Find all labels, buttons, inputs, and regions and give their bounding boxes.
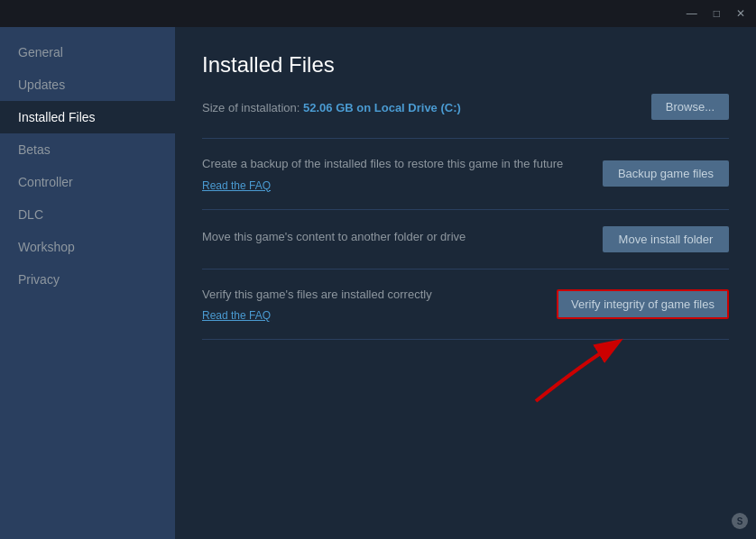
move-install-button[interactable]: Move install folder [603, 226, 729, 252]
verify-action-row: Verify this game's files are installed c… [202, 286, 729, 341]
close-button[interactable]: ✕ [733, 6, 749, 21]
sidebar-item-controller[interactable]: Controller [0, 166, 175, 198]
install-size-value: 52.06 GB on Local Drive (C:) [303, 101, 461, 114]
sidebar-item-workshop[interactable]: Workshop [0, 231, 175, 263]
verify-faq-link[interactable]: Read the FAQ [202, 309, 271, 322]
steam-logo-area: S [731, 512, 749, 534]
sidebar: General Updates Installed Files Betas Co… [0, 27, 175, 539]
arrow-annotation [509, 329, 644, 410]
sidebar-item-installed-files[interactable]: Installed Files [0, 101, 175, 133]
annotation-area [202, 356, 729, 428]
sidebar-item-privacy[interactable]: Privacy [0, 263, 175, 296]
move-description-text: Move this game's content to another fold… [202, 228, 585, 246]
divider-top [202, 138, 729, 139]
page-title: Installed Files [202, 52, 729, 78]
backup-faq-link[interactable]: Read the FAQ [202, 179, 271, 192]
content-area: Installed Files Size of installation: 52… [175, 27, 756, 539]
titlebar: — □ ✕ [0, 0, 756, 27]
install-size-text: Size of installation: 52.06 GB on Local … [202, 99, 461, 115]
sidebar-item-dlc[interactable]: DLC [0, 198, 175, 231]
verify-integrity-button[interactable]: Verify integrity of game files [557, 289, 729, 319]
window-controls: — □ ✕ [683, 6, 749, 21]
move-action-row: Move this game's content to another fold… [202, 226, 729, 270]
sidebar-item-updates[interactable]: Updates [0, 69, 175, 101]
install-size-row: Size of installation: 52.06 GB on Local … [202, 94, 729, 120]
main-layout: General Updates Installed Files Betas Co… [0, 27, 756, 539]
backup-button[interactable]: Backup game files [603, 160, 729, 187]
backup-action-row: Create a backup of the installed files t… [202, 155, 729, 210]
minimize-button[interactable]: — [683, 6, 701, 21]
svg-text:S: S [737, 516, 743, 526]
install-size-prefix: Size of installation: [202, 101, 303, 114]
browse-button[interactable]: Browse... [651, 94, 729, 120]
sidebar-item-general[interactable]: General [0, 36, 175, 69]
steam-logo-icon: S [731, 512, 749, 530]
verify-description: Verify this game's files are installed c… [202, 286, 539, 324]
move-description: Move this game's content to another fold… [202, 228, 585, 250]
sidebar-item-betas[interactable]: Betas [0, 133, 175, 166]
maximize-button[interactable]: □ [710, 6, 724, 21]
backup-description-text: Create a backup of the installed files t… [202, 155, 585, 173]
backup-description: Create a backup of the installed files t… [202, 155, 585, 193]
verify-description-text: Verify this game's files are installed c… [202, 286, 539, 304]
